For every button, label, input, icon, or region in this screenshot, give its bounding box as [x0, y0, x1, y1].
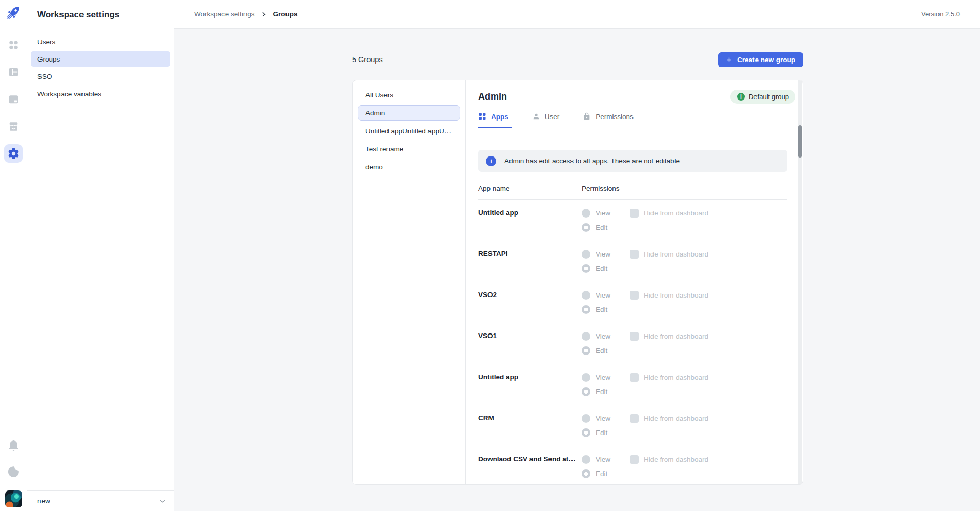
view-radio[interactable]: View: [582, 291, 630, 300]
checkbox-icon: [630, 250, 639, 259]
sidebar-item-label: Groups: [37, 55, 60, 63]
tab-apps[interactable]: Apps: [478, 112, 512, 128]
app-name: RESTAPI: [478, 250, 582, 282]
radio-circle-icon: [582, 291, 590, 300]
group-name: Test rename: [365, 145, 403, 153]
app-name: Untitled app: [478, 209, 582, 241]
groups-count: 5 Groups: [352, 55, 383, 64]
hide-from-dashboard-checkbox[interactable]: Hide from dashboard: [630, 455, 708, 464]
table-row: Untitled app View Hide from dashboard Ed…: [478, 200, 787, 241]
scrollbar-thumb[interactable]: [798, 125, 802, 158]
notifications-bell-icon[interactable]: [6, 437, 21, 453]
version-label: Version 2.5.0: [921, 10, 960, 18]
sidebar-item-label: SSO: [37, 73, 52, 81]
radio-circle-icon: [582, 209, 590, 218]
apps-grid-icon: [478, 112, 486, 121]
tab-user[interactable]: User: [532, 112, 563, 128]
settings-nav: Users Groups SSO Workspace variables: [31, 34, 170, 104]
settings-icon[interactable]: [4, 144, 23, 163]
group-list-item-admin[interactable]: Admin: [358, 105, 460, 121]
marketplace-icon[interactable]: [4, 117, 23, 135]
view-radio[interactable]: View: [582, 209, 630, 218]
hide-label: Hide from dashboard: [644, 415, 708, 422]
hide-from-dashboard-checkbox[interactable]: Hide from dashboard: [630, 250, 708, 259]
breadcrumb: Workspace settings Groups: [194, 10, 298, 18]
edit-label: Edit: [596, 347, 607, 355]
plus-icon: [726, 56, 732, 63]
radio-checked-icon: [582, 346, 590, 355]
view-radio[interactable]: View: [582, 455, 630, 464]
apps-icon[interactable]: [4, 35, 23, 54]
group-title: Admin: [478, 91, 507, 102]
hide-label: Hide from dashboard: [644, 250, 708, 258]
radio-checked-icon: [582, 469, 590, 478]
sidebar-item-workspace-variables[interactable]: Workspace variables: [31, 86, 170, 102]
edit-radio[interactable]: Edit: [582, 223, 630, 232]
tooljet-rocket-logo-icon[interactable]: [6, 6, 21, 20]
edit-radio[interactable]: Edit: [582, 428, 630, 437]
hide-label: Hide from dashboard: [644, 456, 708, 463]
dark-mode-moon-icon[interactable]: [6, 464, 21, 479]
tab-permissions[interactable]: Permissions: [583, 112, 637, 128]
group-name: Admin: [365, 109, 385, 117]
view-label: View: [596, 415, 610, 422]
edit-radio[interactable]: Edit: [582, 305, 630, 314]
user-avatar[interactable]: [5, 490, 22, 507]
group-name: demo: [365, 163, 383, 171]
radio-checked-icon: [582, 428, 590, 437]
view-radio[interactable]: View: [582, 373, 630, 382]
breadcrumb-parent[interactable]: Workspace settings: [194, 10, 255, 18]
checkbox-icon: [630, 291, 639, 300]
view-radio[interactable]: View: [582, 414, 630, 423]
edit-radio[interactable]: Edit: [582, 387, 630, 396]
workspace-name: new: [37, 497, 50, 505]
users-icon: [532, 112, 540, 121]
checkbox-icon: [630, 209, 639, 218]
create-new-group-button[interactable]: Create new group: [718, 52, 803, 67]
checkbox-icon: [630, 332, 639, 341]
chevron-down-icon: [158, 497, 167, 505]
hide-label: Hide from dashboard: [644, 291, 708, 299]
groups-page: 5 Groups Create new group All Users Admi…: [174, 29, 980, 511]
database-icon[interactable]: [4, 90, 23, 108]
edit-radio[interactable]: Edit: [582, 469, 630, 478]
table-row: RESTAPI View Hide from dashboard Edit: [478, 241, 787, 282]
info-icon: i: [486, 156, 496, 166]
app-name: VSO2: [478, 291, 582, 323]
hide-from-dashboard-checkbox[interactable]: Hide from dashboard: [630, 332, 708, 341]
table-row: VSO1 View Hide from dashboard Edit: [478, 323, 787, 364]
app-name: VSO1: [478, 332, 582, 364]
checkbox-icon: [630, 414, 639, 423]
view-label: View: [596, 332, 610, 340]
breadcrumb-current: Groups: [273, 10, 298, 18]
sidebar-item-sso[interactable]: SSO: [31, 69, 170, 84]
view-radio[interactable]: View: [582, 250, 630, 259]
app-name: Untitled app: [478, 373, 582, 405]
hide-from-dashboard-checkbox[interactable]: Hide from dashboard: [630, 209, 708, 218]
topbar: Workspace settings Groups Version 2.5.0: [174, 0, 980, 29]
group-list-item-demo[interactable]: demo: [358, 159, 460, 174]
radio-circle-icon: [582, 373, 590, 382]
group-list-item-test-rename[interactable]: Test rename: [358, 141, 460, 156]
hide-from-dashboard-checkbox[interactable]: Hide from dashboard: [630, 291, 708, 300]
radio-circle-icon: [582, 332, 590, 341]
sidebar-item-users[interactable]: Users: [31, 34, 170, 49]
admin-notice-banner: i Admin has edit access to all apps. The…: [478, 150, 787, 172]
workspace-switcher[interactable]: new: [27, 490, 174, 511]
hide-from-dashboard-checkbox[interactable]: Hide from dashboard: [630, 373, 708, 382]
hide-label: Hide from dashboard: [644, 209, 708, 217]
group-list-item-all-users[interactable]: All Users: [358, 87, 460, 103]
workflows-icon[interactable]: [4, 63, 23, 81]
sidebar-item-groups[interactable]: Groups: [31, 51, 170, 67]
edit-radio[interactable]: Edit: [582, 346, 630, 355]
edit-radio[interactable]: Edit: [582, 264, 630, 273]
view-radio[interactable]: View: [582, 332, 630, 341]
groups-card: All Users Admin Untitled appUntitled app…: [352, 80, 803, 485]
col-permissions: Permissions: [582, 185, 620, 192]
group-list-item-untitled[interactable]: Untitled appUntitled appUntitle…: [358, 123, 460, 139]
rail-icon-stack: [4, 35, 23, 163]
group-name: Untitled appUntitled appUntitle…: [365, 127, 453, 135]
view-label: View: [596, 291, 610, 299]
table-row: Downlaod CSV and Send attac… View Hide f…: [478, 446, 787, 485]
hide-from-dashboard-checkbox[interactable]: Hide from dashboard: [630, 414, 708, 423]
